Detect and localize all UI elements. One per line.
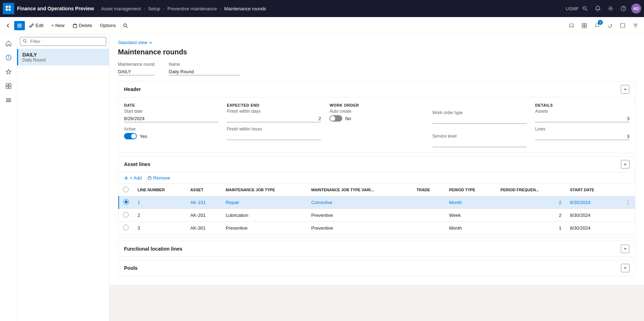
standard-view-selector[interactable]: Standard view — [118, 40, 635, 45]
app-grid-icon[interactable] — [3, 3, 14, 14]
active-toggle[interactable] — [124, 133, 137, 139]
sidebar-icon-recent[interactable] — [2, 51, 15, 64]
finish-hours-value[interactable] — [227, 133, 321, 140]
details-cat-label: DETAILS — [535, 103, 629, 107]
breadcrumb-item-2[interactable]: Setup — [148, 6, 160, 11]
row-radio[interactable] — [123, 225, 129, 230]
edit-button[interactable]: Edit — [26, 21, 47, 30]
delete-button[interactable]: Delete — [69, 21, 96, 30]
work-order-type-label: Work order type — [433, 110, 527, 115]
lines-value[interactable]: 3 — [535, 133, 629, 140]
back-button[interactable] — [3, 21, 14, 30]
list-item-id: DAILY — [22, 52, 105, 58]
functional-location-section-header[interactable]: Functional location lines — [118, 241, 635, 257]
svg-rect-26 — [6, 100, 11, 101]
svg-rect-21 — [6, 84, 8, 86]
svg-rect-22 — [9, 84, 11, 86]
list-item[interactable]: DAILY Daily Round — [17, 49, 109, 65]
search-icon[interactable] — [580, 4, 590, 14]
list-view-button[interactable] — [14, 21, 25, 30]
details-column: DETAILS Assets 3 Lines 3 — [535, 103, 629, 147]
header-section-toggle[interactable] — [621, 85, 629, 93]
remove-line-button[interactable]: Remove — [147, 175, 170, 181]
row-select-cell[interactable] — [119, 222, 133, 235]
breadcrumb-item-3[interactable]: Preventive maintenance — [167, 6, 217, 11]
sidebar-icon-workspaces[interactable] — [2, 80, 15, 92]
svg-rect-3 — [9, 9, 11, 11]
breadcrumb: Asset management › Setup › Preventive ma… — [100, 6, 567, 11]
row-line-number: 3 — [133, 222, 186, 235]
row-maint-job-type[interactable]: Repair — [221, 196, 307, 209]
help-icon[interactable]: ? — [618, 4, 628, 14]
record-fields-row: Maintenance round DAILY Name Daily Round — [118, 62, 635, 75]
row-maint-job-type-var[interactable]: Corrective — [307, 196, 412, 209]
table-row[interactable]: 1 AK-101 Repair Corrective Month 2 8/30/… — [119, 196, 635, 209]
notifications-icon[interactable] — [593, 4, 603, 14]
name-label: Name — [169, 62, 240, 67]
row-select-cell[interactable] — [119, 209, 133, 222]
svg-rect-2 — [6, 9, 8, 11]
new-button[interactable]: + New — [48, 21, 68, 30]
header-section-content: DATE Start date 8/26/2024 Active Ye — [118, 97, 635, 153]
table-row[interactable]: 2 AK-201 Lubrication Preventive Week 2 8… — [119, 209, 635, 222]
select-all-radio[interactable] — [123, 187, 129, 192]
asset-lines-section-toggle[interactable] — [621, 160, 629, 168]
row-more-cell: ⋮ — [614, 196, 635, 209]
row-period-type: Month — [445, 222, 496, 235]
filter-input-icon — [23, 39, 27, 44]
name-value[interactable]: Daily Round — [169, 68, 240, 75]
date-category: DATE Start date 8/26/2024 Active Ye — [124, 103, 218, 139]
header-section-header[interactable]: Header — [118, 81, 635, 97]
svg-line-29 — [26, 42, 27, 43]
auto-create-field: Auto create No — [329, 109, 424, 122]
col-period-type: Period type — [445, 184, 496, 196]
org-selector[interactable]: USMF — [567, 4, 577, 14]
service-level-value[interactable] — [433, 140, 527, 147]
pools-section-title: Pools — [124, 265, 138, 271]
row-select-cell[interactable] — [119, 196, 133, 209]
row-more-cell — [614, 222, 635, 235]
active-toggle-wrap: Yes — [124, 133, 218, 139]
close-panel-button[interactable] — [617, 20, 628, 31]
row-maint-job-type: Lubrication — [221, 209, 307, 222]
breadcrumb-item-1[interactable]: Asset management — [101, 6, 141, 11]
bookmark-button[interactable] — [566, 20, 577, 31]
add-line-button[interactable]: + Add — [124, 175, 142, 181]
user-avatar[interactable]: AD — [631, 4, 641, 14]
row-more-button[interactable]: ⋮ — [625, 199, 631, 206]
pools-section-header[interactable]: Pools — [118, 260, 635, 276]
asset-lines-table-wrap: Line number Asset Maintenance job type M… — [118, 184, 635, 237]
settings-icon[interactable] — [606, 4, 616, 14]
filter-panel-button[interactable] — [630, 20, 641, 31]
sidebar-icon-favorites[interactable] — [2, 65, 15, 78]
assets-value[interactable]: 3 — [535, 115, 629, 122]
svg-point-6 — [610, 8, 612, 10]
row-radio[interactable] — [123, 212, 129, 218]
maintenance-round-value[interactable]: DAILY — [118, 68, 155, 75]
row-start-date: 8/30/2024 — [566, 209, 614, 222]
sidebar-icon-modules[interactable] — [2, 94, 15, 107]
date-column: DATE Start date 8/26/2024 Active Ye — [124, 103, 218, 147]
auto-create-value: No — [345, 116, 351, 121]
row-asset[interactable]: AK-101 — [186, 196, 221, 209]
search-bar-button[interactable] — [120, 21, 131, 30]
lines-label: Lines — [535, 127, 629, 132]
finish-days-value[interactable]: 2 — [227, 115, 321, 122]
table-row[interactable]: 3 AK-301 Preventive Preventive Month 1 8… — [119, 222, 635, 235]
refresh-button[interactable] — [604, 20, 616, 31]
asset-lines-section-header[interactable]: Asset lines — [118, 156, 635, 172]
notifications-cmd-button[interactable]: 0 — [591, 20, 603, 31]
list-filter-input[interactable] — [20, 37, 106, 46]
functional-location-section-toggle[interactable] — [621, 245, 629, 253]
row-period-freq: 1 — [496, 222, 565, 235]
row-radio[interactable] — [123, 199, 129, 205]
layout-button[interactable] — [579, 20, 590, 31]
start-date-value[interactable]: 8/26/2024 — [124, 115, 218, 122]
work-order-type-value[interactable] — [433, 117, 527, 124]
auto-create-toggle[interactable] — [329, 115, 342, 122]
sidebar-icon-home[interactable] — [2, 37, 15, 50]
options-button[interactable]: Options — [96, 21, 119, 30]
topbar-right: USMF ? AD — [567, 4, 641, 14]
pools-section-toggle[interactable] — [621, 264, 629, 272]
row-maint-job-type-var: Preventive — [307, 209, 412, 222]
